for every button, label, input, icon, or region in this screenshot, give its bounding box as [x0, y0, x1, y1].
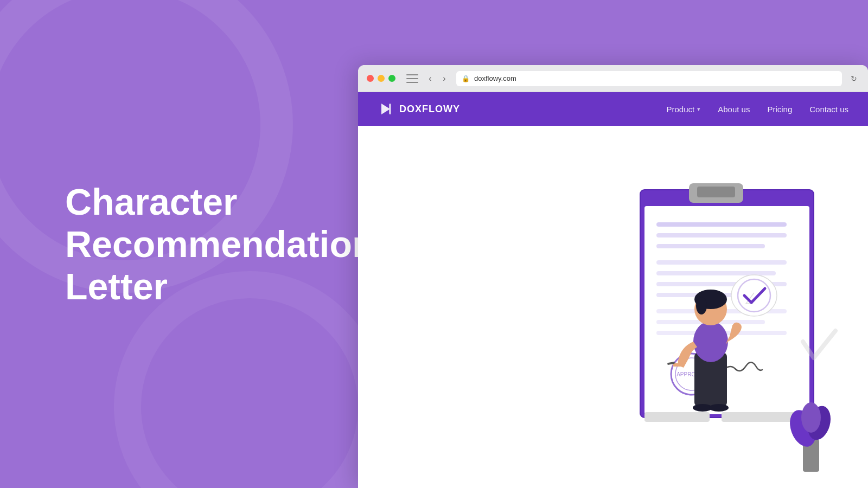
site-content: APPROVED: [358, 126, 868, 488]
svg-point-22: [693, 321, 728, 362]
traffic-lights: [367, 75, 395, 82]
forward-button[interactable]: ›: [439, 73, 450, 84]
illustration-svg: APPROVED: [586, 163, 846, 488]
hero-line1: Character: [65, 181, 238, 222]
site-nav-links: Product ▾ About us Pricing Contact us: [667, 105, 849, 114]
reload-icon[interactable]: ↻: [848, 73, 859, 84]
back-button[interactable]: ‹: [425, 73, 436, 84]
nav-arrows: ‹ ›: [425, 73, 450, 84]
nav-about-label: About us: [718, 105, 750, 114]
illustration: APPROVED: [358, 126, 868, 488]
lock-icon: 🔒: [462, 75, 470, 82]
browser-window: ‹ › 🔒 doxflowy.com ↻ DOXFLOWY Product ▾: [358, 65, 868, 488]
logo-icon: [378, 101, 394, 117]
nav-contact-label: Contact us: [809, 105, 848, 114]
site-logo[interactable]: DOXFLOWY: [378, 101, 460, 117]
svg-rect-5: [697, 187, 735, 197]
hero-text: Character Recommendation Letter: [65, 181, 347, 308]
nav-about[interactable]: About us: [718, 105, 750, 114]
svg-point-25: [696, 297, 707, 314]
sidebar-toggle-icon[interactable]: [406, 74, 418, 83]
hero-line2: Recommendation: [65, 223, 375, 265]
url-text: doxflowy.com: [474, 74, 516, 82]
site-navbar: DOXFLOWY Product ▾ About us Pricing Cont…: [358, 92, 868, 126]
svg-point-29: [709, 404, 729, 412]
svg-rect-8: [656, 244, 765, 248]
svg-rect-7: [656, 233, 787, 237]
address-bar[interactable]: 🔒 doxflowy.com: [456, 71, 842, 86]
svg-rect-1: [389, 104, 391, 114]
nav-pricing-label: Pricing: [767, 105, 792, 114]
svg-point-35: [801, 402, 821, 433]
nav-product[interactable]: Product ▾: [667, 105, 701, 114]
browser-chrome: ‹ › 🔒 doxflowy.com ↻: [358, 65, 868, 92]
logo-text: DOXFLOWY: [399, 104, 460, 115]
close-button[interactable]: [367, 75, 374, 82]
svg-rect-26: [673, 363, 684, 367]
hero-line3: Letter: [65, 266, 168, 307]
nav-product-label: Product: [667, 105, 695, 114]
minimize-button[interactable]: [378, 75, 385, 82]
nav-pricing[interactable]: Pricing: [767, 105, 792, 114]
svg-rect-19: [644, 412, 710, 422]
maximize-button[interactable]: [388, 75, 395, 82]
svg-rect-6: [656, 222, 787, 227]
svg-rect-9: [656, 260, 787, 265]
chevron-down-icon: ▾: [697, 106, 700, 113]
nav-contact[interactable]: Contact us: [809, 105, 848, 114]
svg-marker-0: [381, 104, 390, 114]
